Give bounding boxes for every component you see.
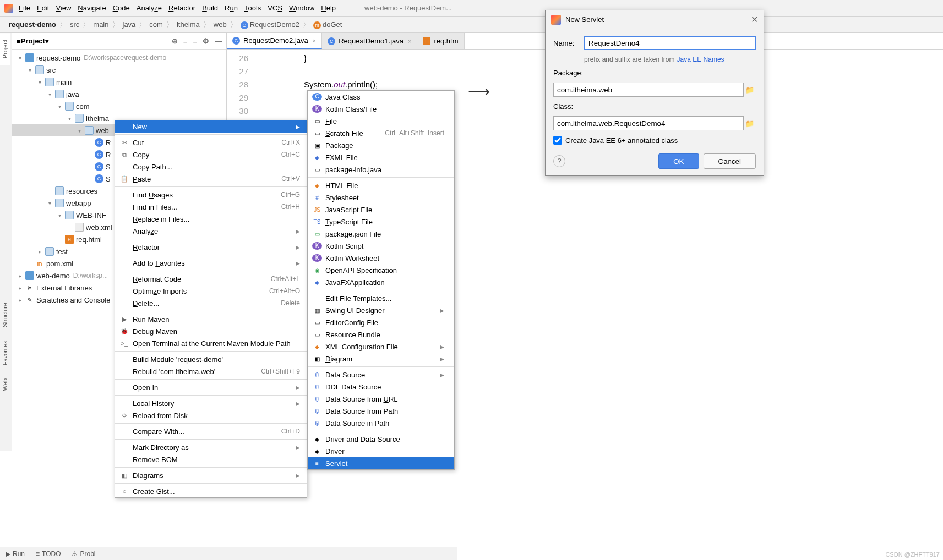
gear-icon[interactable]: ⚙ <box>203 37 209 45</box>
menu-refactor[interactable]: Refactor <box>168 4 195 12</box>
ctx-item[interactable]: Add to Favorites▶ <box>115 257 307 269</box>
run-toolwindow[interactable]: ▶ Run <box>6 550 25 558</box>
submenu-item[interactable]: ▥Swing UI Designer▶ <box>308 304 454 316</box>
submenu-item[interactable]: ▭Scratch FileCtrl+Alt+Shift+Insert <box>308 127 454 139</box>
sidetab-structure[interactable]: Structure <box>0 296 10 334</box>
ctx-item[interactable]: ⧉CopyCtrl+C <box>115 149 307 161</box>
ctx-item[interactable]: Find UsagesCtrl+G <box>115 189 307 201</box>
menu-tools[interactable]: Tools <box>244 4 261 12</box>
ctx-item[interactable]: >_Open Terminal at the Current Maven Mod… <box>115 337 307 349</box>
ctx-item[interactable]: Copy Path... <box>115 161 307 173</box>
submenu-item[interactable]: ◉OpenAPI Specification <box>308 264 454 276</box>
ctx-item[interactable]: 🐞Debug Maven <box>115 325 307 337</box>
submenu-item[interactable]: ▭package-info.java <box>308 163 454 175</box>
menu-navigate[interactable]: Navigate <box>78 4 106 12</box>
close-icon[interactable]: × <box>313 37 316 44</box>
breadcrumb[interactable]: itheima <box>177 20 200 29</box>
problems-toolwindow[interactable]: ⚠ Probl <box>72 550 95 558</box>
expand-icon[interactable]: ≡ <box>183 37 188 45</box>
menu-edit[interactable]: Edit <box>37 4 49 12</box>
submenu-item[interactable]: ◆HTML File <box>308 179 454 191</box>
ctx-item[interactable]: ○Create Gist... <box>115 485 307 497</box>
ctx-item[interactable]: Find in Files...Ctrl+H <box>115 201 307 213</box>
todo-toolwindow[interactable]: ≡ TODO <box>36 550 61 558</box>
breadcrumb[interactable]: web <box>214 20 227 29</box>
submenu-item[interactable]: ▭Resource Bundle <box>308 328 454 341</box>
ctx-item[interactable]: Build Module 'request-demo' <box>115 353 307 365</box>
tab-requestdemo2[interactable]: CRequestDemo2.java× <box>227 33 322 49</box>
ctx-item[interactable]: Remove BOM <box>115 453 307 465</box>
ctx-item[interactable]: Refactor▶ <box>115 241 307 253</box>
close-icon[interactable]: × <box>408 38 411 45</box>
breadcrumb[interactable]: java <box>123 20 136 29</box>
ctx-item[interactable]: New▶ <box>115 120 307 133</box>
help-icon[interactable]: ? <box>553 155 565 167</box>
ctx-item[interactable]: Optimize ImportsCtrl+Alt+O <box>115 285 307 297</box>
sidetab-web[interactable]: Web <box>0 372 10 397</box>
submenu-item[interactable]: 🛢Data Source in Path <box>308 417 454 429</box>
submenu-item[interactable]: ≡Servlet <box>308 457 454 469</box>
browse-icon[interactable]: 📁 <box>744 116 756 130</box>
breadcrumb[interactable]: main <box>93 20 108 29</box>
breadcrumb[interactable]: com <box>149 20 163 29</box>
locate-icon[interactable]: ⊕ <box>172 37 178 45</box>
submenu-item[interactable]: TSTypeScript File <box>308 216 454 228</box>
breadcrumb[interactable]: mdoGet <box>313 20 342 29</box>
hide-icon[interactable]: — <box>215 37 222 45</box>
ctx-item[interactable]: Compare With...Ctrl+D <box>115 425 307 437</box>
submenu-item[interactable]: ◆Driver and Data Source <box>308 433 454 445</box>
name-input[interactable] <box>584 36 756 50</box>
submenu-item[interactable]: ▣Package <box>308 139 454 151</box>
submenu-item[interactable]: Edit File Templates... <box>308 292 454 304</box>
ctx-item[interactable]: ✂CutCtrl+X <box>115 136 307 149</box>
ctx-item[interactable]: 📋PasteCtrl+V <box>115 173 307 185</box>
tree-row[interactable]: ▾com <box>12 100 226 112</box>
menu-view[interactable]: View <box>56 4 71 12</box>
collapse-icon[interactable]: ≡ <box>193 37 197 45</box>
java-ee-names-link[interactable]: Java EE Names <box>677 56 724 63</box>
tab-requestdemo1[interactable]: CRequestDemo1.java× <box>322 33 417 49</box>
ctx-item[interactable]: ▶Run Maven <box>115 313 307 325</box>
submenu-item[interactable]: ◧Diagram▶ <box>308 353 454 365</box>
sidetab-project[interactable]: Project <box>0 33 10 65</box>
menu-code[interactable]: Code <box>113 4 130 12</box>
submenu-item[interactable]: ◆FXML File <box>308 151 454 163</box>
ctx-item[interactable]: Rebuild 'com.itheima.web'Ctrl+Shift+F9 <box>115 365 307 377</box>
sidetab-favorites[interactable]: Favorites <box>0 334 10 372</box>
annotated-class-checkbox[interactable] <box>553 136 562 145</box>
menu-build[interactable]: Build <box>202 4 218 12</box>
ctx-item[interactable]: ◧Diagrams▶ <box>115 469 307 481</box>
tree-row[interactable]: ▾src <box>12 64 226 76</box>
ctx-item[interactable]: Delete...Delete <box>115 297 307 309</box>
submenu-item[interactable]: 🛢Data Source from Path <box>308 405 454 417</box>
submenu-item[interactable]: KKotlin Script <box>308 240 454 252</box>
cancel-button[interactable]: Cancel <box>704 153 756 169</box>
tab-reqhtml[interactable]: Hreq.htm <box>417 33 464 49</box>
class-input[interactable] <box>553 116 744 130</box>
ok-button[interactable]: OK <box>658 153 699 169</box>
ctx-item[interactable]: Open In▶ <box>115 381 307 393</box>
package-input[interactable] <box>553 83 744 97</box>
submenu-item[interactable]: JSJavaScript File <box>308 204 454 216</box>
menu-analyze[interactable]: Analyze <box>137 4 162 12</box>
ctx-item[interactable]: Replace in Files... <box>115 213 307 225</box>
submenu-item[interactable]: KKotlin Worksheet <box>308 252 454 264</box>
submenu-item[interactable]: 🛢DDL Data Source <box>308 381 454 393</box>
submenu-item[interactable]: ◆XML Configuration File▶ <box>308 341 454 353</box>
ctx-item[interactable]: Mark Directory as▶ <box>115 441 307 453</box>
menu-run[interactable]: Run <box>225 4 238 12</box>
submenu-item[interactable]: ▭EditorConfig File <box>308 316 454 328</box>
tree-row[interactable]: ▾main <box>12 76 226 88</box>
menu-help[interactable]: Help <box>321 4 336 12</box>
tree-row[interactable]: ▾java <box>12 88 226 100</box>
submenu-item[interactable]: #Stylesheet <box>308 191 454 204</box>
submenu-item[interactable]: ◆Driver <box>308 445 454 457</box>
close-icon[interactable]: ✕ <box>751 14 758 25</box>
submenu-item[interactable]: 🛢Data Source from URL <box>308 393 454 405</box>
ctx-item[interactable]: Reformat CodeCtrl+Alt+L <box>115 273 307 285</box>
submenu-item[interactable]: ◆JavaFXApplication <box>308 276 454 288</box>
new-submenu[interactable]: CJava ClassKKotlin Class/File▭File▭Scrat… <box>307 90 455 470</box>
ctx-item[interactable]: Analyze▶ <box>115 225 307 237</box>
submenu-item[interactable]: 🛢Data Source▶ <box>308 369 454 381</box>
ctx-item[interactable]: Local History▶ <box>115 397 307 409</box>
